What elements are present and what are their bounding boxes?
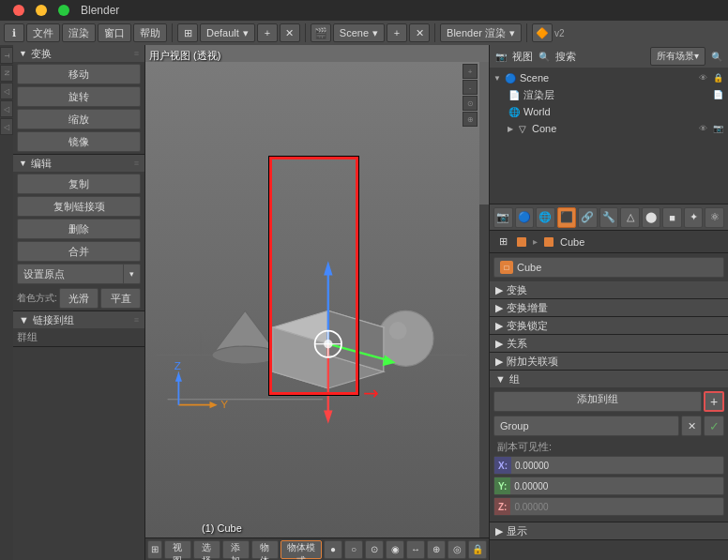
remove-group-button[interactable]: ✕ xyxy=(681,416,702,436)
tree-item-render-layer[interactable]: 📄 渲染层 📄 xyxy=(490,86,728,103)
flat-shading-button[interactable]: 平直 xyxy=(100,288,141,309)
remove-scene-icon[interactable]: ✕ xyxy=(409,23,430,42)
rsb-3[interactable]: ⊙ xyxy=(463,96,478,111)
physics-props-icon[interactable]: ⚛ xyxy=(705,207,724,228)
object-menu-btn[interactable]: 物体 xyxy=(251,540,279,559)
scale-button[interactable]: 缩放 xyxy=(17,109,141,129)
join-button[interactable]: 合并 xyxy=(17,241,141,262)
props-parent-header[interactable]: ▶ 附加关联项 xyxy=(490,353,728,370)
maximize-button[interactable] xyxy=(58,5,69,16)
snap-icon[interactable]: ⊕ xyxy=(427,540,446,559)
viewport[interactable]: 用户视图 (透视) xyxy=(145,45,489,560)
vscroll-thumb[interactable] xyxy=(479,62,489,204)
props-transform-delta-header[interactable]: ▶ 变换增量 xyxy=(490,299,728,316)
tree-item-scene[interactable]: ▼ 🔵 Scene 👁 🔒 xyxy=(490,69,728,86)
rsb-4[interactable]: ⊕ xyxy=(463,112,478,127)
link-header[interactable]: ▼ 链接到组 ≡ xyxy=(13,311,144,328)
object-name-field[interactable]: □ Cube xyxy=(493,257,724,278)
render-menu[interactable]: 渲染 xyxy=(62,23,96,42)
solid-mode-icon[interactable]: ● xyxy=(324,540,342,559)
vp-icon-btn[interactable]: ⊞ xyxy=(147,540,162,559)
info-icon[interactable]: ℹ xyxy=(4,23,24,42)
z-coord-field[interactable]: Z: 0.00000 xyxy=(493,497,724,516)
props-relations-header[interactable]: ▶ 关系 xyxy=(490,335,728,352)
particle-props-icon[interactable]: ✦ xyxy=(684,207,704,228)
group-name-field[interactable]: Group xyxy=(493,416,679,436)
scene-dropdown[interactable]: Scene▾ xyxy=(333,23,385,42)
scene-view-icon[interactable]: 📷 xyxy=(493,49,508,64)
material-props-icon[interactable]: ⬤ xyxy=(642,207,661,228)
object-props-icon[interactable]: ⬛ xyxy=(557,207,577,228)
confirm-group-button[interactable]: ✓ xyxy=(704,416,724,436)
copy-button[interactable]: 复制 xyxy=(17,174,141,194)
close-button[interactable] xyxy=(13,5,24,16)
scene-icon[interactable]: 🎬 xyxy=(311,23,331,42)
scope-search-icon[interactable]: 🔍 xyxy=(709,49,724,64)
side-icon-2[interactable]: N xyxy=(0,65,13,82)
render-mode-icon[interactable]: ◉ xyxy=(386,540,404,559)
manip-icon[interactable]: ↔ xyxy=(406,540,425,559)
minimize-button[interactable] xyxy=(36,5,47,16)
delete-button[interactable]: 删除 xyxy=(17,219,141,239)
rotate-button[interactable]: 旋转 xyxy=(17,86,141,107)
modifier-props-icon[interactable]: 🔧 xyxy=(599,207,619,228)
display-header[interactable]: ▶ 显示 xyxy=(490,522,728,539)
props-transform-lock-header[interactable]: ▶ 变换锁定 xyxy=(490,317,728,334)
side-icon-5[interactable]: ◁ xyxy=(0,118,13,135)
set-origin-dropdown[interactable]: ▾ xyxy=(123,265,140,283)
scene-lock-icon[interactable]: 🔒 xyxy=(711,71,724,84)
props-transform-header[interactable]: ▶ 变换 xyxy=(490,281,728,298)
3d-scene[interactable]: Y Z ↗ xyxy=(145,62,489,537)
mirror-button[interactable]: 镜像 xyxy=(17,131,141,152)
smooth-shading-button[interactable]: 光滑 xyxy=(59,288,99,309)
version-icon[interactable]: 🔶 xyxy=(532,23,553,42)
scene-search-icon[interactable]: 🔍 xyxy=(537,49,552,64)
lock-icon[interactable]: 🔒 xyxy=(468,540,487,559)
transform-header[interactable]: ▼ 变换 ≡ xyxy=(13,45,144,62)
tree-item-world[interactable]: 🌐 World xyxy=(490,103,728,120)
proportional-icon[interactable]: ◎ xyxy=(447,540,466,559)
constraint-props-icon[interactable]: 🔗 xyxy=(578,207,598,228)
layout-grid-icon[interactable]: ⊞ xyxy=(177,23,198,42)
add-workspace-icon[interactable]: + xyxy=(257,23,278,42)
rsb-2[interactable]: - xyxy=(463,80,478,95)
rsb-1[interactable]: + xyxy=(463,64,478,79)
viewport-vscroll[interactable] xyxy=(479,62,489,537)
wire-mode-icon[interactable]: ○ xyxy=(344,540,363,559)
select-menu-btn[interactable]: 选择 xyxy=(193,540,220,559)
tree-item-cone[interactable]: ▶ ▽ Cone 👁 📷 xyxy=(490,120,728,137)
new-group-button[interactable]: + xyxy=(704,391,724,412)
scene-props-icon[interactable]: 🔵 xyxy=(515,207,535,228)
render-props-icon[interactable]: 📷 xyxy=(493,207,513,228)
remove-workspace-icon[interactable]: ✕ xyxy=(280,23,300,42)
props-group-header[interactable]: ▼ 组 xyxy=(490,371,728,387)
workspace-dropdown[interactable]: Default▾ xyxy=(200,23,255,42)
edit-header[interactable]: ▼ 编辑 ≡ xyxy=(13,155,144,172)
copy-link-button[interactable]: 复制链接项 xyxy=(17,196,141,217)
scope-dropdown[interactable]: 所有场景▾ xyxy=(650,47,705,66)
texture-props-icon[interactable]: ■ xyxy=(662,207,682,228)
scene-eye-icon[interactable]: 👁 xyxy=(696,71,709,84)
side-icon-1[interactable]: T xyxy=(0,47,13,64)
window-menu[interactable]: 窗口 xyxy=(98,23,131,42)
render-layer-icon2[interactable]: 📄 xyxy=(711,88,724,101)
side-icon-4[interactable]: ◁ xyxy=(0,100,13,117)
add-menu-btn[interactable]: 添加 xyxy=(222,540,250,559)
add-to-group-button[interactable]: 添加到组 xyxy=(493,391,702,412)
data-props-icon[interactable]: △ xyxy=(620,207,640,228)
x-coord-field[interactable]: X: 0.00000 xyxy=(493,456,724,475)
renderer-dropdown[interactable]: Blender 渲染▾ xyxy=(440,23,522,42)
help-menu[interactable]: 帮助 xyxy=(133,23,167,42)
side-icon-3[interactable]: ◁ xyxy=(0,83,13,99)
view-menu-btn[interactable]: 视图 xyxy=(164,540,191,559)
world-props-icon[interactable]: 🌐 xyxy=(536,207,555,228)
move-button[interactable]: 移动 xyxy=(17,64,141,84)
file-menu[interactable]: 文件 xyxy=(26,23,60,42)
cone-eye-icon[interactable]: 👁 xyxy=(696,122,709,135)
set-origin-button[interactable]: 设置原点 xyxy=(18,267,123,281)
add-scene-icon[interactable]: + xyxy=(387,23,407,42)
object-mode-btn[interactable]: 物体模式 xyxy=(281,540,322,559)
texture-mode-icon[interactable]: ⊙ xyxy=(365,540,384,559)
cone-render-icon[interactable]: 📷 xyxy=(711,122,724,135)
y-coord-field[interactable]: Y: 0.00000 xyxy=(493,477,724,495)
